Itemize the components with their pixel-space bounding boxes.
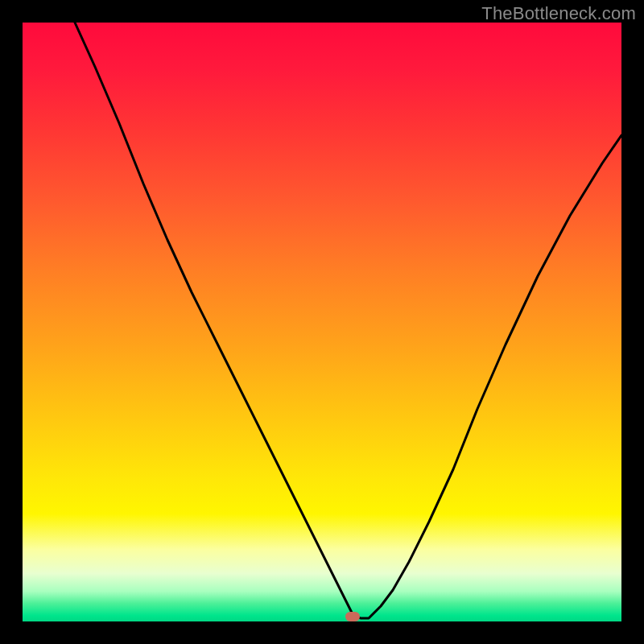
plot-area bbox=[23, 23, 621, 621]
bottleneck-curve bbox=[75, 23, 621, 618]
watermark-label: TheBottleneck.com bbox=[481, 3, 636, 24]
chart-frame: TheBottleneck.com bbox=[0, 0, 644, 644]
minimum-marker bbox=[345, 612, 360, 621]
curve-svg bbox=[23, 23, 621, 621]
